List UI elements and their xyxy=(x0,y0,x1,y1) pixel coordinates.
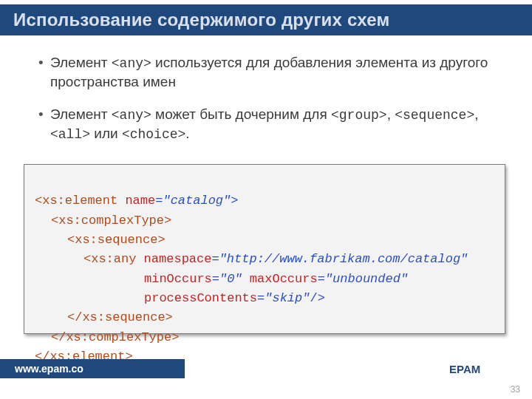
text: может быть дочерним для xyxy=(151,106,331,122)
code-block: <xs:element name="catalog"> <xs:complexT… xyxy=(24,164,505,334)
inline-code: <any> xyxy=(112,56,151,71)
inline-code: <all> xyxy=(50,127,90,142)
code-line: minOccurs="0" maxOccurs="unbounded" xyxy=(144,270,408,289)
inline-code: <any> xyxy=(112,108,151,123)
inline-code: <group> xyxy=(331,108,387,123)
code-line: <xs:any namespace="http://www.fabrikam.c… xyxy=(83,250,468,269)
text: . xyxy=(185,126,189,141)
footer-center xyxy=(185,359,443,378)
bullet-item: • Элемент <any> может быть дочерним для … xyxy=(38,105,510,144)
inline-code: <sequence> xyxy=(395,108,474,123)
page-number: 33 xyxy=(511,384,520,395)
footer-right: EPAM xyxy=(443,359,532,378)
bullet-dot-icon: • xyxy=(38,53,50,92)
text: Элемент xyxy=(50,55,112,70)
footer: www.epam.co EPAM xyxy=(0,359,532,378)
bullet-text: Элемент <any> используется для добавлени… xyxy=(50,53,510,92)
text: , xyxy=(387,106,395,122)
code-line: </xs:complexType> xyxy=(51,328,179,347)
slide-body: • Элемент <any> используется для добавле… xyxy=(0,43,532,157)
bullet-dot-icon: • xyxy=(38,105,50,144)
slide-title: Использование содержимого других схем xyxy=(13,10,389,30)
footer-left: www.epam.co xyxy=(0,359,185,378)
text: , xyxy=(474,106,478,122)
code-line: <xs:sequence> xyxy=(67,231,166,250)
code-line: <xs:element name="catalog"> xyxy=(35,194,238,208)
inline-code: <choice> xyxy=(122,127,185,142)
text: или xyxy=(90,126,122,141)
text: Элемент xyxy=(50,106,112,122)
title-bar: Использование содержимого других схем xyxy=(0,4,532,35)
code-line: processContents="skip"/> xyxy=(144,289,325,308)
code-line: </xs:sequence> xyxy=(67,308,173,327)
code-line: <xs:complexType> xyxy=(51,211,171,231)
bullet-text: Элемент <any> может быть дочерним для <g… xyxy=(50,105,510,144)
bullet-item: • Элемент <any> используется для добавле… xyxy=(38,53,510,92)
slide: Использование содержимого других схем • … xyxy=(0,0,532,399)
